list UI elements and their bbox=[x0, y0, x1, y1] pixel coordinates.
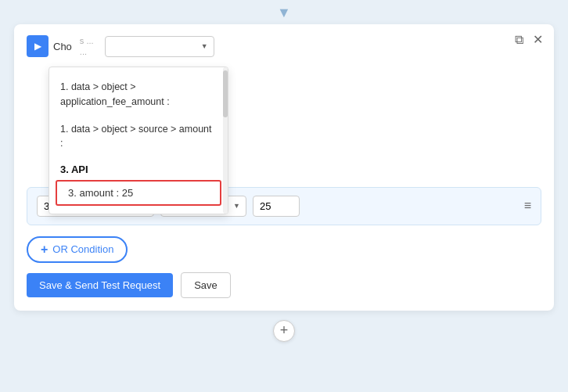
bottom-plus-button[interactable]: + bbox=[273, 320, 295, 342]
dropdown-item-2[interactable]: 1. data > object > source > amount : bbox=[49, 116, 228, 158]
dropdown-item-1[interactable]: 1. data > object > application_fee_amoun… bbox=[49, 74, 228, 116]
main-container: ▼ ⧉ ✕ ▶ Cho s ... ... 1. data > object >… bbox=[0, 0, 568, 392]
save-send-button[interactable]: Save & Send Test Request bbox=[27, 273, 173, 297]
choose-dropdown[interactable] bbox=[105, 36, 214, 57]
or-condition-label: OR Condition bbox=[52, 243, 113, 255]
dot-line-1: s ... bbox=[80, 35, 94, 46]
bottom-actions: Save & Send Test Request Save bbox=[27, 272, 541, 298]
dropdown-section-api: 3. API bbox=[49, 157, 228, 178]
dropdown-popup: 1. data > object > application_fee_amoun… bbox=[49, 67, 228, 214]
condition-card: ⧉ ✕ ▶ Cho s ... ... 1. data > object > a… bbox=[14, 24, 554, 311]
plus-icon: + bbox=[41, 243, 48, 257]
save-button[interactable]: Save bbox=[181, 272, 231, 298]
choose-label: Cho bbox=[53, 41, 72, 52]
card-top-actions: ⧉ ✕ bbox=[513, 32, 545, 48]
copy-button[interactable]: ⧉ bbox=[513, 32, 525, 48]
dropdown-highlighted-item[interactable]: 3. amount : 25 bbox=[56, 180, 221, 206]
condition-value-input[interactable] bbox=[253, 196, 300, 217]
top-connector-arrow: ▼ bbox=[277, 5, 291, 21]
menu-icon[interactable]: ≡ bbox=[524, 199, 531, 213]
choose-row: ▶ Cho s ... ... bbox=[27, 35, 541, 58]
scrollbar-track bbox=[223, 67, 228, 214]
close-button[interactable]: ✕ bbox=[531, 32, 545, 48]
scrollbar-thumb bbox=[223, 70, 228, 117]
dot-line-2: ... bbox=[80, 46, 87, 57]
or-condition-button[interactable]: + OR Condition bbox=[27, 236, 128, 263]
blue-arrow-icon: ▶ bbox=[27, 35, 49, 57]
